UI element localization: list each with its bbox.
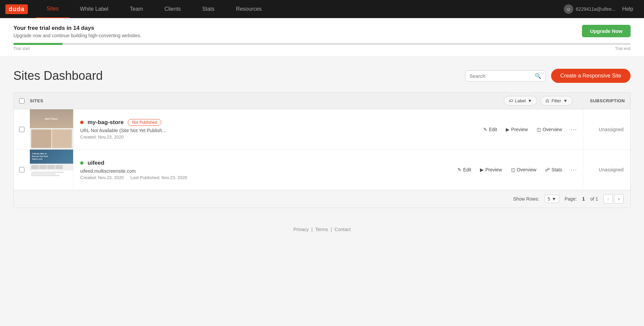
table-footer: Show Rows: 5 ▼ Page: 1 of 1 ‹ › (14, 190, 630, 208)
overview-icon-1: ◫ (537, 127, 541, 132)
row-actions-1: ✎ Edit ▶ Preview ◫ Overview ⋯ (477, 109, 583, 149)
trial-labels: Trial start Trial end (13, 46, 631, 51)
label-btn-text: Label (515, 98, 526, 103)
overview-icon-2: ◫ (511, 167, 515, 172)
user-email: 6229411a@uifee... (576, 6, 616, 12)
filter-chevron-icon: ▼ (563, 98, 568, 103)
trial-banner: Upgrade Now Your free trial ends in 14 d… (0, 18, 644, 57)
edit-icon-1: ✎ (483, 127, 487, 132)
more-button-1[interactable]: ⋯ (567, 123, 580, 135)
not-published-badge: Not Published (128, 119, 162, 126)
preview-button-1[interactable]: ▶ Preview (502, 125, 532, 134)
page-footer: Privacy | Terms | Contact (0, 216, 644, 243)
nav-item-sites[interactable]: Sites (36, 0, 69, 18)
dashboard-header: Sites Dashboard 🔍 Create a Responsive Si… (13, 69, 631, 83)
edit-button-1[interactable]: ✎ Edit (479, 125, 501, 134)
nav-item-clients[interactable]: Clients (154, 0, 192, 18)
stats-button-2[interactable]: ☍ Stats (541, 165, 566, 174)
dashboard-title: Sites Dashboard (13, 69, 103, 83)
footer-sep-1: | (311, 227, 313, 232)
page-label: Page: (565, 196, 577, 202)
trial-subtitle: Upgrade now and continue building high-c… (13, 33, 631, 38)
overview-button-2[interactable]: ◫ Overview (507, 165, 540, 174)
nav-item-white-label[interactable]: White Label (69, 0, 119, 18)
label-chevron-icon: ▼ (528, 98, 532, 103)
preview-button-2[interactable]: ▶ Preview (476, 165, 506, 174)
nav-items: Sites White Label Team Clients Stats Res… (36, 0, 564, 18)
logo[interactable]: duda (5, 4, 28, 14)
upgrade-button[interactable]: Upgrade Now (582, 25, 631, 37)
footer-terms-link[interactable]: Terms (315, 227, 328, 232)
create-responsive-site-button[interactable]: Create a Responsive Site (551, 69, 631, 83)
row-thumbnail-1: NOT FALL (30, 109, 73, 149)
site-name-1: my-bag-store (88, 119, 124, 126)
site-name-2: uifeed (88, 160, 104, 166)
nav-item-team[interactable]: Team (119, 0, 154, 18)
page-number: 1 (582, 196, 585, 202)
stats-icon-2: ☍ (545, 167, 550, 172)
trial-title: Your free trial ends in 14 days (13, 25, 631, 32)
row-subscription-1: Unassigned (583, 109, 630, 149)
filter-icon: ⚖ (545, 98, 549, 103)
nav-user[interactable]: ☺ 6229411a@uifee... (564, 4, 616, 14)
row-checkbox-2[interactable] (14, 150, 30, 190)
table-row: NOT FALL my-bag-store Not Published URL … (14, 109, 630, 150)
rows-chevron-icon: ▼ (551, 196, 556, 202)
search-box[interactable]: 🔍 (465, 70, 546, 82)
label-icon: 🏷 (509, 98, 513, 103)
footer-privacy-link[interactable]: Privacy (293, 227, 309, 232)
footer-contact-link[interactable]: Contact (334, 227, 351, 232)
trial-end-label: Trial end (615, 46, 631, 51)
page-prev-button[interactable]: ‹ (603, 194, 613, 204)
filter-button[interactable]: ⚖ Filter ▼ (540, 96, 573, 106)
main-content: Sites Dashboard 🔍 Create a Responsive Si… (0, 57, 644, 216)
nav-item-stats[interactable]: Stats (192, 0, 225, 18)
nav-help[interactable]: Help (622, 6, 633, 12)
subscription-column-label: SUBSCRIPTION (578, 98, 625, 103)
footer-sep-2: | (331, 227, 332, 232)
trial-start-label: Trial start (13, 46, 30, 51)
trial-bar-bg (13, 43, 631, 45)
user-icon: ☺ (564, 4, 573, 14)
header-right: 🔍 Create a Responsive Site (465, 69, 631, 83)
page-next-button[interactable]: › (614, 194, 624, 204)
site-url-2: uifeed.multiscreensite.com (80, 168, 444, 174)
row-actions-2: ✎ Edit ▶ Preview ◫ Overview ☍ Stats ⋯ (451, 150, 583, 190)
overview-button-1[interactable]: ◫ Overview (533, 125, 566, 134)
nav-item-resources[interactable]: Resources (225, 0, 272, 18)
row-subscription-2: Unassigned (583, 150, 630, 190)
table-header-controls: 🏷 Label ▼ ⚖ Filter ▼ (504, 96, 573, 106)
site-meta-1: Created: Nov.23, 2020 (80, 134, 470, 140)
sites-table: SITES 🏷 Label ▼ ⚖ Filter ▼ SUBSCRIPTION (13, 92, 631, 208)
show-rows-label: Show Rows: (513, 196, 539, 202)
rows-value: 5 (548, 196, 550, 202)
sites-column-label: SITES (30, 98, 504, 103)
status-dot-1 (80, 121, 84, 124)
of-label: of 1 (590, 196, 598, 202)
table-header: SITES 🏷 Label ▼ ⚖ Filter ▼ SUBSCRIPTION (14, 93, 630, 109)
edit-icon-2: ✎ (458, 167, 462, 172)
trial-bar-fill (13, 43, 63, 45)
search-input[interactable] (470, 73, 532, 79)
rows-select[interactable]: 5 ▼ (545, 195, 559, 203)
page-nav: ‹ › (603, 194, 624, 204)
preview-icon-1: ▶ (506, 127, 509, 132)
site-meta-2: Created: Nov.23, 2020 Last Published: No… (80, 175, 444, 180)
status-dot-2 (80, 161, 84, 165)
row-info-1: my-bag-store Not Published URL Not Avail… (73, 109, 477, 149)
table-row: A Better Way toRecruit Top TechTalent co… (14, 150, 630, 190)
edit-button-2[interactable]: ✎ Edit (453, 165, 475, 174)
main-nav: duda Sites White Label Team Clients Stat… (0, 0, 644, 18)
row-thumbnail-2: A Better Way toRecruit Top TechTalent co… (30, 150, 73, 190)
preview-icon-2: ▶ (480, 167, 484, 172)
select-all-checkbox[interactable] (19, 98, 24, 104)
site-url-1: URL Not Available (Site Not Yet Publish… (80, 128, 470, 133)
nav-right: ☺ 6229411a@uifee... Help (564, 4, 644, 14)
search-icon[interactable]: 🔍 (535, 73, 541, 79)
more-button-2[interactable]: ⋯ (567, 164, 580, 176)
trial-progress-bar (13, 43, 631, 45)
filter-btn-text: Filter (551, 98, 561, 103)
row-info-2: uifeed uifeed.multiscreensite.com Create… (73, 150, 451, 190)
label-button[interactable]: 🏷 Label ▼ (504, 96, 537, 106)
row-checkbox-1[interactable] (14, 109, 30, 149)
